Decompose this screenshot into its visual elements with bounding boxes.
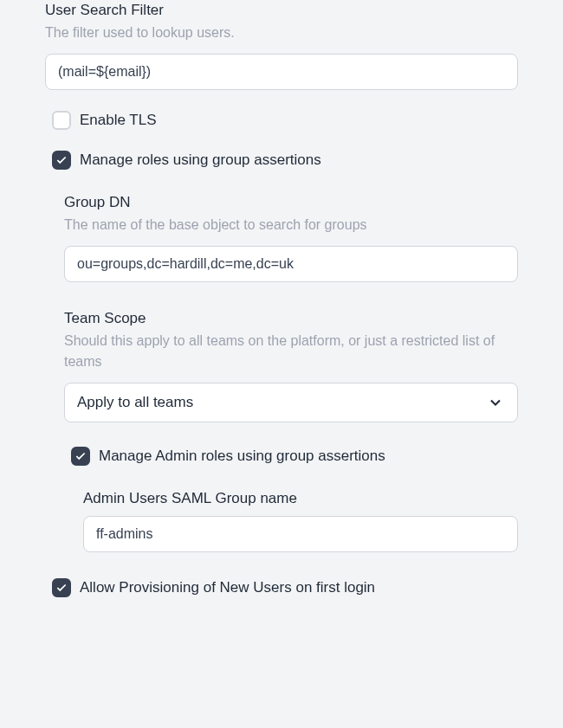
enable-tls-checkbox[interactable] (52, 111, 71, 130)
team-scope-select-wrapper: Apply to all teams (64, 383, 518, 422)
team-scope-section: Team Scope Should this apply to all team… (64, 310, 518, 422)
admin-group-section: Admin Users SAML Group name (83, 490, 518, 552)
check-icon (55, 582, 68, 594)
team-scope-select[interactable]: Apply to all teams (64, 383, 518, 422)
user-search-filter-label: User Search Filter (45, 2, 518, 19)
check-icon (74, 450, 87, 462)
team-scope-label: Team Scope (64, 310, 518, 327)
manage-admin-roles-label[interactable]: Manage Admin roles using group assertion… (99, 448, 385, 465)
enable-tls-row: Enable TLS (52, 111, 518, 130)
group-dn-input[interactable] (64, 246, 518, 282)
user-search-filter-group: User Search Filter The filter used to lo… (45, 2, 518, 90)
allow-provisioning-row: Allow Provisioning of New Users on first… (52, 578, 518, 597)
team-scope-description: Should this apply to all teams on the pl… (64, 331, 518, 372)
enable-tls-label[interactable]: Enable TLS (80, 112, 157, 129)
admin-group-label: Admin Users SAML Group name (83, 490, 518, 507)
group-dn-label: Group DN (64, 194, 518, 211)
manage-admin-roles-row: Manage Admin roles using group assertion… (71, 447, 518, 466)
user-search-filter-input[interactable] (45, 54, 518, 90)
group-dn-group: Group DN The name of the base object to … (64, 194, 518, 282)
group-dn-section: Group DN The name of the base object to … (64, 194, 518, 282)
manage-admin-roles-checkbox[interactable] (71, 447, 90, 466)
manage-roles-row: Manage roles using group assertions (52, 151, 518, 170)
allow-provisioning-checkbox[interactable] (52, 578, 71, 597)
manage-roles-label[interactable]: Manage roles using group assertions (80, 151, 321, 169)
check-icon (55, 154, 68, 166)
group-dn-description: The name of the base object to search fo… (64, 215, 518, 235)
allow-provisioning-label[interactable]: Allow Provisioning of New Users on first… (80, 579, 375, 596)
admin-group-input[interactable] (83, 516, 518, 552)
admin-group-group: Admin Users SAML Group name (83, 490, 518, 552)
user-search-filter-description: The filter used to lookup users. (45, 23, 518, 43)
team-scope-group: Team Scope Should this apply to all team… (64, 310, 518, 422)
manage-roles-checkbox[interactable] (52, 151, 71, 170)
